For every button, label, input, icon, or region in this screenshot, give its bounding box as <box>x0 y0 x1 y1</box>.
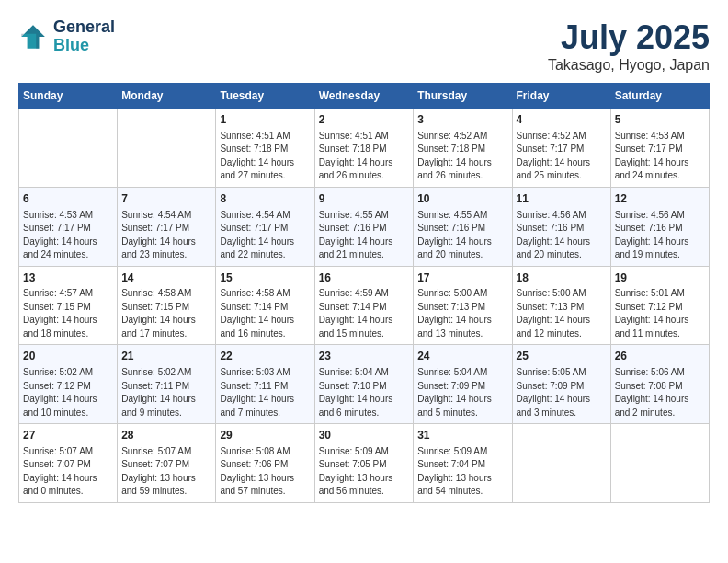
calendar-cell: 1Sunrise: 4:51 AMSunset: 7:18 PMDaylight… <box>216 109 314 188</box>
weekday-header: Monday <box>118 84 216 109</box>
day-number: 16 <box>319 270 410 286</box>
calendar-cell: 6Sunrise: 4:53 AMSunset: 7:17 PMDaylight… <box>19 187 118 266</box>
calendar-cell: 22Sunrise: 5:03 AMSunset: 7:11 PMDayligh… <box>216 345 314 424</box>
weekday-header: Saturday <box>610 84 709 109</box>
day-info: Sunrise: 4:51 AMSunset: 7:18 PMDaylight:… <box>220 130 310 183</box>
logo: General Blue <box>18 18 115 55</box>
calendar-header: SundayMondayTuesdayWednesdayThursdayFrid… <box>19 84 710 109</box>
day-info: Sunrise: 4:56 AMSunset: 7:16 PMDaylight:… <box>517 209 607 262</box>
day-info: Sunrise: 5:09 AMSunset: 7:05 PMDaylight:… <box>319 445 410 499</box>
calendar-cell: 3Sunrise: 4:52 AMSunset: 7:18 PMDaylight… <box>414 109 512 188</box>
day-number: 7 <box>121 191 211 207</box>
calendar-week-row: 1Sunrise: 4:51 AMSunset: 7:18 PMDaylight… <box>19 109 710 188</box>
day-info: Sunrise: 4:56 AMSunset: 7:16 PMDaylight:… <box>615 209 705 262</box>
day-info: Sunrise: 5:04 AMSunset: 7:10 PMDaylight:… <box>319 366 410 419</box>
day-info: Sunrise: 4:54 AMSunset: 7:17 PMDaylight:… <box>220 209 310 262</box>
day-number: 27 <box>23 428 113 443</box>
day-number: 9 <box>319 191 410 207</box>
day-number: 10 <box>417 191 507 207</box>
weekday-header: Thursday <box>414 84 512 109</box>
calendar-cell: 27Sunrise: 5:07 AMSunset: 7:07 PMDayligh… <box>19 424 118 503</box>
day-info: Sunrise: 5:00 AMSunset: 7:13 PMDaylight:… <box>417 287 507 340</box>
day-number: 15 <box>220 270 310 286</box>
day-info: Sunrise: 4:51 AMSunset: 7:18 PMDaylight:… <box>319 130 410 183</box>
calendar-cell: 21Sunrise: 5:02 AMSunset: 7:11 PMDayligh… <box>118 345 216 424</box>
calendar-week-row: 6Sunrise: 4:53 AMSunset: 7:17 PMDaylight… <box>19 187 710 266</box>
calendar-cell: 31Sunrise: 5:09 AMSunset: 7:04 PMDayligh… <box>414 424 512 503</box>
day-info: Sunrise: 4:57 AMSunset: 7:15 PMDaylight:… <box>23 287 113 340</box>
day-number: 22 <box>220 349 310 364</box>
day-number: 14 <box>121 270 211 286</box>
day-info: Sunrise: 4:54 AMSunset: 7:17 PMDaylight:… <box>121 209 211 262</box>
calendar-cell: 5Sunrise: 4:53 AMSunset: 7:17 PMDaylight… <box>610 109 709 188</box>
day-info: Sunrise: 4:52 AMSunset: 7:18 PMDaylight:… <box>417 130 507 183</box>
day-number: 4 <box>517 112 607 128</box>
day-number: 23 <box>319 349 410 364</box>
day-info: Sunrise: 5:07 AMSunset: 7:07 PMDaylight:… <box>23 445 113 499</box>
calendar-cell: 12Sunrise: 4:56 AMSunset: 7:16 PMDayligh… <box>610 187 709 266</box>
calendar-body: 1Sunrise: 4:51 AMSunset: 7:18 PMDaylight… <box>19 109 710 503</box>
day-info: Sunrise: 4:53 AMSunset: 7:17 PMDaylight:… <box>23 209 113 262</box>
day-info: Sunrise: 5:00 AMSunset: 7:13 PMDaylight:… <box>517 287 607 340</box>
weekday-header: Wednesday <box>314 84 414 109</box>
calendar-cell: 26Sunrise: 5:06 AMSunset: 7:08 PMDayligh… <box>610 345 709 424</box>
day-number: 21 <box>121 349 211 364</box>
day-info: Sunrise: 5:01 AMSunset: 7:12 PMDaylight:… <box>615 287 705 340</box>
weekday-header: Sunday <box>19 84 118 109</box>
day-info: Sunrise: 5:02 AMSunset: 7:11 PMDaylight:… <box>121 366 211 419</box>
day-number: 6 <box>23 191 113 207</box>
calendar-cell: 23Sunrise: 5:04 AMSunset: 7:10 PMDayligh… <box>314 345 414 424</box>
day-number: 20 <box>23 349 113 364</box>
calendar-cell <box>19 109 118 188</box>
day-info: Sunrise: 5:06 AMSunset: 7:08 PMDaylight:… <box>615 366 705 419</box>
weekday-header: Friday <box>512 84 610 109</box>
day-info: Sunrise: 5:08 AMSunset: 7:06 PMDaylight:… <box>220 445 310 499</box>
calendar-cell: 20Sunrise: 5:02 AMSunset: 7:12 PMDayligh… <box>19 345 118 424</box>
calendar-week-row: 27Sunrise: 5:07 AMSunset: 7:07 PMDayligh… <box>19 424 710 503</box>
day-info: Sunrise: 4:58 AMSunset: 7:14 PMDaylight:… <box>220 287 310 340</box>
calendar-cell: 10Sunrise: 4:55 AMSunset: 7:16 PMDayligh… <box>414 187 512 266</box>
calendar-cell: 13Sunrise: 4:57 AMSunset: 7:15 PMDayligh… <box>19 266 118 345</box>
calendar-cell: 29Sunrise: 5:08 AMSunset: 7:06 PMDayligh… <box>216 424 314 503</box>
day-info: Sunrise: 5:02 AMSunset: 7:12 PMDaylight:… <box>23 366 113 419</box>
logo-text: General Blue <box>53 18 115 55</box>
day-info: Sunrise: 4:59 AMSunset: 7:14 PMDaylight:… <box>319 287 410 340</box>
day-info: Sunrise: 4:55 AMSunset: 7:16 PMDaylight:… <box>319 209 410 262</box>
calendar-cell <box>610 424 709 503</box>
calendar-cell: 14Sunrise: 4:58 AMSunset: 7:15 PMDayligh… <box>118 266 216 345</box>
day-info: Sunrise: 5:04 AMSunset: 7:09 PMDaylight:… <box>417 366 507 419</box>
day-number: 13 <box>23 270 113 286</box>
day-info: Sunrise: 5:05 AMSunset: 7:09 PMDaylight:… <box>517 366 607 419</box>
day-number: 2 <box>319 112 410 128</box>
header-row: SundayMondayTuesdayWednesdayThursdayFrid… <box>19 84 710 109</box>
calendar-cell: 17Sunrise: 5:00 AMSunset: 7:13 PMDayligh… <box>414 266 512 345</box>
calendar-cell: 8Sunrise: 4:54 AMSunset: 7:17 PMDaylight… <box>216 187 314 266</box>
weekday-header: Tuesday <box>216 84 314 109</box>
day-number: 19 <box>615 270 705 286</box>
day-info: Sunrise: 5:07 AMSunset: 7:07 PMDaylight:… <box>121 445 211 499</box>
day-number: 30 <box>319 428 410 443</box>
title-area: July 2025 Takasago, Hyogo, Japan <box>548 18 710 74</box>
calendar-cell: 16Sunrise: 4:59 AMSunset: 7:14 PMDayligh… <box>314 266 414 345</box>
day-number: 18 <box>517 270 607 286</box>
day-info: Sunrise: 4:53 AMSunset: 7:17 PMDaylight:… <box>615 130 705 183</box>
calendar-cell: 7Sunrise: 4:54 AMSunset: 7:17 PMDaylight… <box>118 187 216 266</box>
calendar-cell: 19Sunrise: 5:01 AMSunset: 7:12 PMDayligh… <box>610 266 709 345</box>
day-number: 5 <box>615 112 705 128</box>
day-number: 25 <box>517 349 607 364</box>
day-number: 26 <box>615 349 705 364</box>
calendar-cell <box>512 424 610 503</box>
calendar-cell: 9Sunrise: 4:55 AMSunset: 7:16 PMDaylight… <box>314 187 414 266</box>
calendar-week-row: 20Sunrise: 5:02 AMSunset: 7:12 PMDayligh… <box>19 345 710 424</box>
day-number: 3 <box>417 112 507 128</box>
day-number: 1 <box>220 112 310 128</box>
day-info: Sunrise: 5:09 AMSunset: 7:04 PMDaylight:… <box>417 445 507 499</box>
calendar-cell: 15Sunrise: 4:58 AMSunset: 7:14 PMDayligh… <box>216 266 314 345</box>
day-number: 31 <box>417 428 507 443</box>
calendar-cell: 25Sunrise: 5:05 AMSunset: 7:09 PMDayligh… <box>512 345 610 424</box>
day-info: Sunrise: 4:58 AMSunset: 7:15 PMDaylight:… <box>121 287 211 340</box>
calendar-cell: 18Sunrise: 5:00 AMSunset: 7:13 PMDayligh… <box>512 266 610 345</box>
day-info: Sunrise: 4:55 AMSunset: 7:16 PMDaylight:… <box>417 209 507 262</box>
day-number: 8 <box>220 191 310 207</box>
day-number: 12 <box>615 191 705 207</box>
